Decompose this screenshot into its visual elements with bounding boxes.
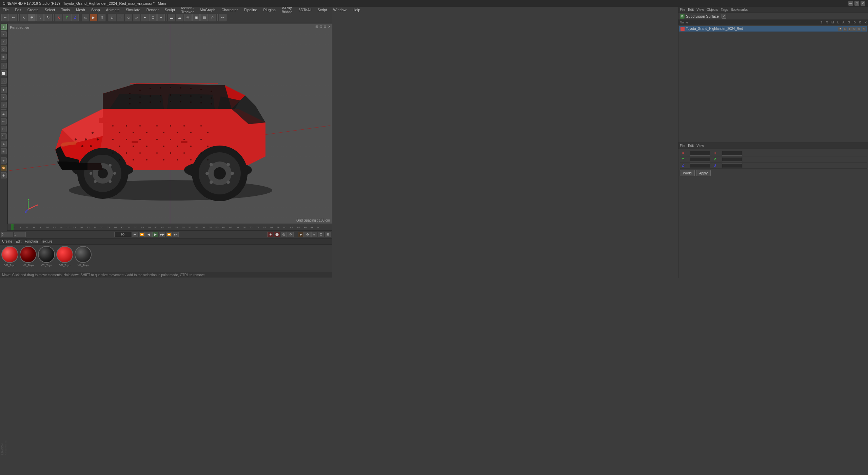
subdivision-surface-row[interactable]: ⊡ Subdivision Surface ✓	[678, 13, 868, 20]
timeline-settings-button[interactable]: ⚙	[304, 232, 311, 237]
goto-end-button[interactable]: ⏭	[173, 232, 179, 237]
timeline-frame-40[interactable]: 40	[146, 226, 153, 229]
tool-python[interactable]: ⬢	[1, 172, 7, 178]
env-button[interactable]: ◎	[184, 14, 192, 21]
timeline-frame-62[interactable]: 62	[220, 226, 227, 229]
foreground-button[interactable]: ▤	[200, 14, 208, 21]
timeline-frame-18[interactable]: 18	[71, 226, 78, 229]
menu-plugins[interactable]: Plugins	[262, 8, 277, 12]
tool-bridge[interactable]: ⊟	[1, 148, 7, 154]
timeline-frame-56[interactable]: 56	[200, 226, 207, 229]
h-value-input[interactable]	[722, 151, 742, 156]
attr-file[interactable]: File	[680, 144, 685, 148]
close-button[interactable]: ✕	[861, 1, 865, 6]
minimize-button[interactable]: —	[848, 1, 853, 6]
tool-move[interactable]: ✥	[1, 87, 7, 93]
timeline-frame-8[interactable]: 8	[37, 226, 44, 229]
materials-edit[interactable]: Edit	[16, 240, 21, 243]
plane-button[interactable]: ▱	[133, 14, 140, 21]
p-value-input[interactable]	[722, 157, 742, 162]
tool-knife[interactable]: ✂	[1, 126, 7, 132]
timeline-frame-86[interactable]: 86	[302, 226, 309, 229]
timeline-frame-50[interactable]: 50	[180, 226, 186, 229]
obj-ctrl-5[interactable]: ◎	[857, 27, 861, 31]
tool-polygons[interactable]: ◻	[1, 46, 7, 52]
tool-rect-select[interactable]: ⬜	[1, 70, 7, 76]
menu-sculpt[interactable]: Sculpt	[163, 8, 177, 12]
menu-help[interactable]: Help	[351, 8, 362, 12]
tool-live-select[interactable]: ↖	[1, 63, 7, 69]
obj-ctrl-4[interactable]: ⊡	[852, 27, 856, 31]
menu-snap[interactable]: Snap	[90, 8, 101, 12]
sky-button[interactable]: ☁	[176, 14, 183, 21]
render-button[interactable]: ▶	[90, 14, 97, 21]
menu-animate[interactable]: Animate	[105, 8, 121, 12]
tool-lasso[interactable]: ◌	[1, 78, 7, 84]
menu-mograph[interactable]: MoGraph	[198, 8, 217, 12]
timeline-frame-42[interactable]: 42	[153, 226, 159, 229]
timeline-frame-22[interactable]: 22	[85, 226, 92, 229]
viewport-maximize-icon[interactable]: ⊡	[319, 25, 322, 28]
project-settings-button[interactable]: ⊞	[325, 232, 331, 237]
timeline-frame-60[interactable]: 60	[214, 226, 220, 229]
render-settings-button[interactable]: ⚙	[98, 14, 105, 21]
z-value-input[interactable]	[690, 163, 710, 168]
motion-path-button[interactable]: ◎	[281, 232, 287, 237]
floor-button[interactable]: ▬	[168, 14, 175, 21]
menu-3dtoall[interactable]: 3DToAll	[297, 8, 313, 12]
maximize-button[interactable]: □	[854, 1, 859, 6]
material-item-3[interactable]: VR_Toyo	[38, 246, 55, 267]
obj-ctrl-6[interactable]: ✕	[862, 27, 866, 31]
viewport-close-icon[interactable]: ✕	[328, 25, 331, 28]
tool-rotate[interactable]: ↻	[1, 102, 7, 108]
x-axis-button[interactable]: X	[55, 14, 62, 21]
menu-simulate[interactable]: Simulate	[124, 8, 142, 12]
play-reverse-button[interactable]: ◀	[145, 232, 152, 237]
material-ball-5[interactable]	[75, 246, 92, 263]
tool-extrude[interactable]: ⬛	[1, 133, 7, 139]
camera-button[interactable]: ⊡	[149, 14, 157, 21]
attr-view[interactable]: View	[696, 144, 704, 148]
obj-mgr-file[interactable]: File	[680, 8, 685, 12]
window-controls[interactable]: — □ ✕	[848, 1, 865, 6]
timeline-frame-46[interactable]: 46	[166, 226, 173, 229]
timeline-frame-80[interactable]: 80	[281, 226, 288, 229]
timeline-frame-66[interactable]: 66	[234, 226, 241, 229]
material-ball-4[interactable]	[56, 246, 73, 263]
null-button[interactable]: +	[157, 14, 165, 21]
obj-mgr-objects[interactable]: Objects	[707, 8, 718, 12]
timeline-frame-14[interactable]: 14	[58, 226, 64, 229]
deformer-button[interactable]: 〜	[219, 14, 226, 21]
timeline-frame-24[interactable]: 24	[92, 226, 98, 229]
timeline-frame-90[interactable]: 90	[315, 226, 322, 229]
timeline-frame-58[interactable]: 58	[207, 226, 214, 229]
timeline-frame-6[interactable]: 6	[31, 226, 37, 229]
obj-ctrl-3[interactable]: |	[848, 27, 852, 31]
material-ball-2[interactable]	[20, 246, 37, 263]
undo-button[interactable]: ↩	[1, 14, 9, 21]
tool-paint[interactable]: 🎨	[1, 165, 7, 171]
tool-scale[interactable]: ⤡	[1, 94, 7, 100]
timeline-frame-70[interactable]: 70	[248, 226, 254, 229]
tool-brush[interactable]: ✏	[1, 118, 7, 125]
world-button[interactable]: World	[680, 170, 695, 176]
x-value-input[interactable]	[690, 151, 710, 156]
timeline-frame-84[interactable]: 84	[295, 226, 302, 229]
background-button[interactable]: ▣	[192, 14, 200, 21]
b-value-input[interactable]	[722, 163, 742, 168]
timeline-frame-30[interactable]: 30	[112, 226, 119, 229]
timeline-frame-38[interactable]: 38	[139, 226, 146, 229]
menu-script[interactable]: Script	[316, 8, 328, 12]
menu-edit[interactable]: Edit	[14, 8, 23, 12]
subdivision-toggle[interactable]: ✓	[722, 14, 726, 19]
timeline-frame-48[interactable]: 48	[173, 226, 180, 229]
menu-create[interactable]: Create	[26, 8, 40, 12]
timeline-frame-20[interactable]: 20	[78, 226, 85, 229]
menu-tools[interactable]: Tools	[60, 8, 71, 12]
auto-key-button[interactable]: ⬤	[274, 232, 280, 237]
timeline-frame-34[interactable]: 34	[125, 226, 132, 229]
render-region-button[interactable]: ▭	[82, 14, 89, 21]
z-axis-button[interactable]: Z	[71, 14, 79, 21]
material-item-5[interactable]: VR_Toyo	[75, 246, 92, 267]
timeline-frame-78[interactable]: 78	[275, 226, 281, 229]
